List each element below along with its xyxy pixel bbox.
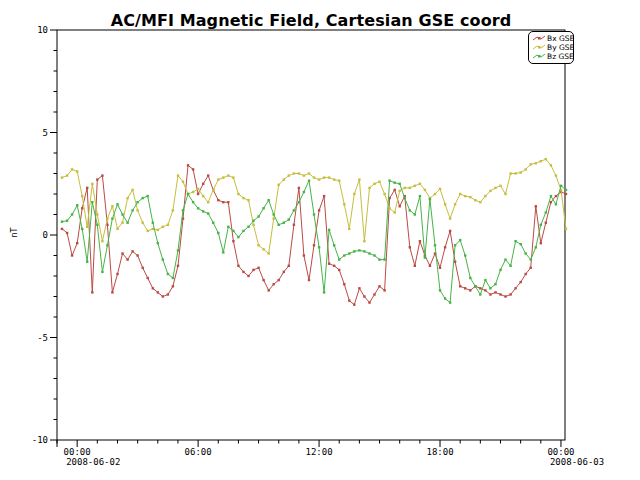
x-date-label: 2008-06-03 xyxy=(550,457,604,467)
x-tick-label: 12:00 xyxy=(306,447,333,457)
series-bz-line xyxy=(62,181,566,303)
legend-label-bz: Bz GSE xyxy=(547,52,574,61)
x-date-label: 2008-06-02 xyxy=(66,457,120,467)
series-bz-markers xyxy=(61,180,567,304)
y-tick-label: 5 xyxy=(43,128,48,138)
by-line-icon xyxy=(532,43,546,52)
x-tick-label: 18:00 xyxy=(426,447,453,457)
legend-box: Bx GSE By GSE Bz GSE xyxy=(528,31,574,64)
plot-window: AC/MFI Magnetic Field, Cartesian GSE coo… xyxy=(0,0,640,480)
series-by-line xyxy=(62,159,566,253)
legend-entry-bx: Bx GSE xyxy=(532,34,573,43)
legend-entry-by: By GSE xyxy=(532,43,573,52)
y-tick-label: 0 xyxy=(43,230,48,240)
y-tick-label: -10 xyxy=(32,435,48,445)
bx-line-icon xyxy=(532,34,546,43)
plot-area xyxy=(57,30,565,440)
legend-label-bx: Bx GSE xyxy=(547,34,574,43)
y-tick-label: -5 xyxy=(37,333,48,343)
series-bx-markers xyxy=(61,164,567,306)
x-tick-label: 00:00 xyxy=(547,447,574,457)
x-tick-label: 00:00 xyxy=(64,447,91,457)
legend-entry-bz: Bz GSE xyxy=(532,52,573,61)
x-tick-label: 06:00 xyxy=(185,447,212,457)
series-bx-line xyxy=(62,165,566,304)
legend-label-by: By GSE xyxy=(547,43,574,52)
y-tick-label: 10 xyxy=(37,25,48,35)
magnetic-field-chart: 1050-5-1000:002008-06-0206:0012:0018:000… xyxy=(0,0,640,480)
bz-line-icon xyxy=(532,52,546,61)
